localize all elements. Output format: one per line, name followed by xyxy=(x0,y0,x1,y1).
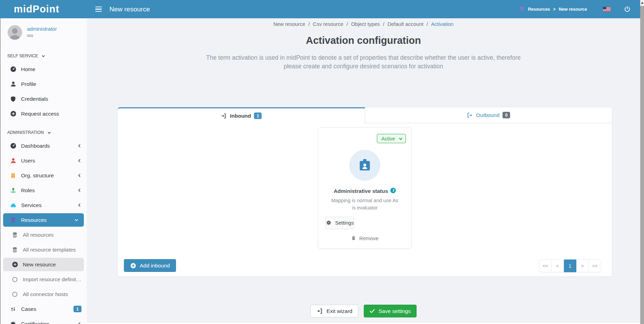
page-first-button[interactable]: << xyxy=(539,259,552,272)
mapping-description: Mapping is normal and use As is evaluato… xyxy=(331,197,399,212)
sign-in-icon xyxy=(221,113,227,119)
gauge-icon xyxy=(9,66,17,72)
breadcrumb-item[interactable]: Default account xyxy=(388,21,423,27)
breadcrumb: New resource / Csv resource / Object typ… xyxy=(87,21,640,27)
sidebar-item-dashboards[interactable]: Dashboards xyxy=(0,138,87,153)
user-icon xyxy=(9,81,17,87)
cases-badge: 1 xyxy=(74,306,81,312)
user-org: sss xyxy=(27,33,57,38)
chevron-down-icon xyxy=(74,218,79,222)
tab-inbound-count: 1 xyxy=(254,112,262,119)
cloud-icon xyxy=(9,202,17,209)
chevron-down-icon xyxy=(41,54,45,58)
chevron-left-icon xyxy=(77,144,81,148)
save-settings-label: Save settings xyxy=(379,308,411,314)
sidebar-item-users[interactable]: Users xyxy=(0,153,87,168)
sidebar-item-import-resource-definition[interactable]: Import resource definit… xyxy=(0,272,87,287)
sidebar-item-profile[interactable]: Profile xyxy=(0,77,87,91)
section-header-self-service[interactable]: SELF SERVICE xyxy=(0,45,87,62)
sidebar-item-request-access[interactable]: Request access xyxy=(0,106,87,121)
sidebar-item-org-structure[interactable]: Org. structure xyxy=(0,168,87,183)
pagination: << < 1 > >> xyxy=(539,259,601,272)
top-navbar: midPoint New resource Resources > New re… xyxy=(0,0,644,18)
tab-inbound[interactable]: Inbound 1 xyxy=(118,107,365,123)
wizard-actions: Exit wizard Save settings xyxy=(87,305,640,317)
page-last-button[interactable]: >> xyxy=(589,259,601,272)
sidebar-item-home[interactable]: Home xyxy=(0,62,87,77)
breadcrumb-item[interactable]: New resource xyxy=(273,21,305,27)
page-number-button[interactable]: 1 xyxy=(564,259,576,272)
database-icon xyxy=(11,247,19,253)
resource-database-icon xyxy=(519,6,525,12)
page-prev-button[interactable]: < xyxy=(552,259,564,272)
header-breadcrumb: Resources > New resource xyxy=(519,6,587,12)
sidebar-item-all-connector-hosts[interactable]: All connector hosts xyxy=(0,287,87,302)
mapping-title-row: Administrative statusi xyxy=(318,188,411,195)
sidebar-item-certification[interactable]: Certification xyxy=(0,316,87,324)
remove-button[interactable]: Remove xyxy=(318,235,411,241)
sidebar-item-all-resource-templates[interactable]: All resource templates xyxy=(0,242,87,257)
page-next-button[interactable]: > xyxy=(576,259,589,272)
sign-out-icon xyxy=(467,112,473,118)
plus-circle-icon xyxy=(11,261,19,268)
locale-flag-icon[interactable] xyxy=(603,7,611,11)
sidebar-item-all-resources[interactable]: All resources xyxy=(0,227,87,242)
info-icon[interactable]: i xyxy=(390,188,396,193)
check-icon xyxy=(370,309,375,313)
user-name[interactable]: administrator xyxy=(27,26,57,32)
lifecycle-select[interactable]: Active xyxy=(377,134,406,143)
trash-icon xyxy=(351,235,356,241)
remove-label: Remove xyxy=(359,235,379,241)
circle-outline-icon xyxy=(11,276,19,283)
logout-power-icon[interactable] xyxy=(624,6,631,13)
exit-wizard-button[interactable]: Exit wizard xyxy=(310,305,358,317)
main-content: New resource / Csv resource / Object typ… xyxy=(87,18,640,324)
tab-outbound[interactable]: Outbound 0 xyxy=(365,107,612,123)
sidebar-item-roles[interactable]: Roles xyxy=(0,183,87,198)
breadcrumb-item-current: Activation xyxy=(431,21,453,27)
user-panel[interactable]: administrator sss xyxy=(0,18,87,45)
chevron-left-icon xyxy=(77,322,81,324)
page-title-header: New resource xyxy=(109,6,150,13)
add-inbound-button[interactable]: Add inbound xyxy=(124,259,176,272)
chevron-left-icon xyxy=(77,173,81,178)
breadcrumb-item[interactable]: Csv resource xyxy=(313,21,343,27)
breadcrumb-item[interactable]: Object types xyxy=(351,21,380,27)
exit-wizard-label: Exit wizard xyxy=(326,308,352,314)
sidebar-item-cases[interactable]: Cases 1 xyxy=(0,302,87,316)
gear-icon xyxy=(326,220,332,226)
logo-area[interactable]: midPoint xyxy=(0,3,87,15)
activation-panel: Inbound 1 Outbound 0 Active xyxy=(117,107,612,277)
building-icon xyxy=(9,173,17,179)
midpoint-logo: midPoint xyxy=(14,3,59,14)
settings-button[interactable]: Settings xyxy=(325,217,354,229)
chevron-left-icon xyxy=(77,203,81,207)
gauge-icon xyxy=(9,143,17,149)
sidebar-item-resources[interactable]: Resources xyxy=(3,213,84,227)
scrollbar-thumb[interactable] xyxy=(640,6,644,324)
case-flow-icon xyxy=(9,306,17,312)
sidebar-item-credentials[interactable]: Credentials xyxy=(0,91,87,106)
sidebar-item-services[interactable]: Services xyxy=(0,198,87,213)
header-breadcrumb-root[interactable]: Resources xyxy=(528,7,550,12)
tab-outbound-count: 0 xyxy=(502,112,510,118)
circle-outline-icon xyxy=(11,291,19,297)
window-scrollbar[interactable] xyxy=(640,0,644,324)
section-header-administration[interactable]: ADMINISTRATION xyxy=(0,121,87,138)
certificate-icon xyxy=(9,321,17,324)
chevron-left-icon xyxy=(77,158,81,163)
add-inbound-label: Add inbound xyxy=(140,263,170,269)
mapping-title: Administrative status xyxy=(334,188,388,194)
save-settings-button[interactable]: Save settings xyxy=(364,305,417,317)
avatar xyxy=(8,25,22,40)
plus-circle-icon xyxy=(9,110,17,117)
sidebar-item-new-resource[interactable]: New resource xyxy=(3,258,84,271)
menu-toggle-icon[interactable] xyxy=(95,7,102,12)
mapping-avatar-circle xyxy=(349,150,380,181)
scrollbar-up-arrow[interactable] xyxy=(641,2,644,4)
tab-inbound-label: Inbound xyxy=(230,113,251,119)
database-icon xyxy=(9,217,17,223)
id-badge-icon xyxy=(357,158,372,173)
chevron-down-icon xyxy=(47,131,51,135)
header-breadcrumb-current[interactable]: New resource xyxy=(559,7,587,12)
